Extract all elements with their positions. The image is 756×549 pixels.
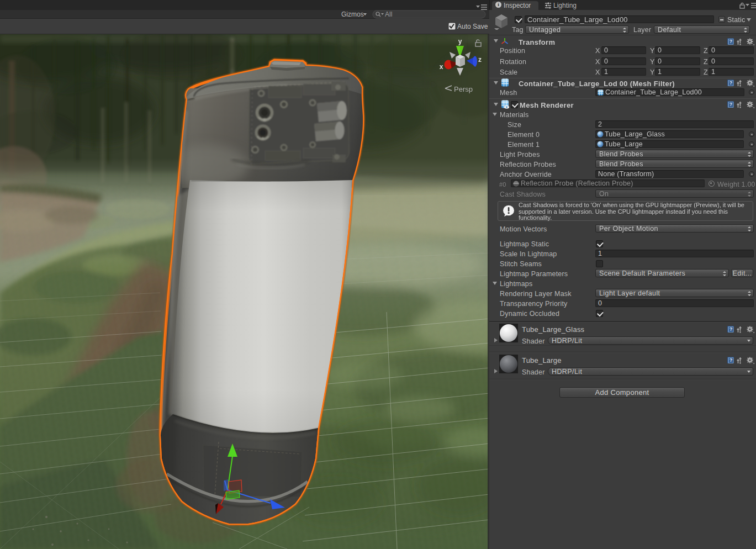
svg-text:y: y	[458, 38, 462, 45]
svg-text:Gizmos: Gizmos	[341, 10, 364, 18]
svg-text:z: z	[478, 56, 482, 64]
svg-text:All: All	[385, 10, 392, 18]
svg-text:x: x	[440, 63, 443, 71]
svg-text:Auto Save: Auto Save	[457, 23, 488, 30]
svg-text:Persp: Persp	[454, 85, 473, 93]
